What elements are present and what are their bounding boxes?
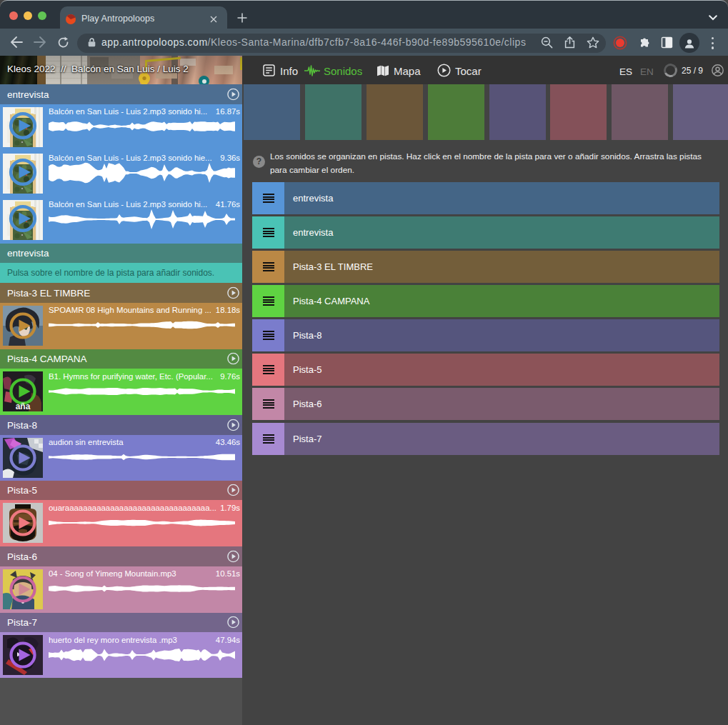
svg-text:aña: aña <box>16 401 31 411</box>
